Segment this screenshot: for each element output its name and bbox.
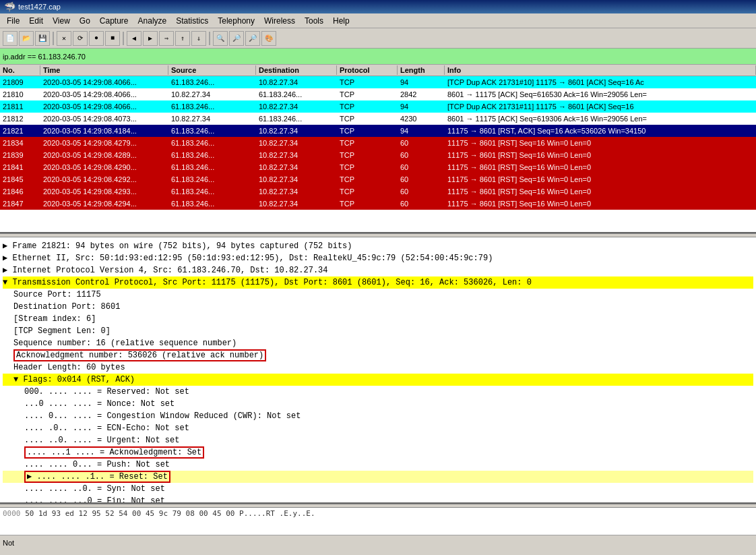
new-btn[interactable]: 📄 [3,31,18,46]
menu-statistics[interactable]: Statistics [172,15,212,27]
menu-help[interactable]: Help [329,15,354,27]
detail-line: .... .... ..0. = Syn: Not set [3,483,753,495]
menu-file[interactable]: File [3,15,24,27]
status-text: Not [3,539,14,547]
detail-line: ▶ Internet Protocol Version 4, Src: 61.1… [3,264,753,276]
packet-rows: 218092020-03-05 14:29:08.4066...61.183.2… [0,76,756,210]
table-row[interactable]: 218472020-03-05 14:29:08.4294...61.183.2… [0,198,756,210]
sep3 [209,32,210,45]
status-bar: Not [0,535,756,550]
reload-btn[interactable]: ⟳ [73,31,88,46]
sep2 [123,32,124,45]
menu-wireless[interactable]: Wireless [260,15,299,27]
detail-line: .... 0... .... = Congestion Window Reduc… [3,410,753,422]
table-row[interactable]: 218122020-03-05 14:29:08.4073...10.82.27… [0,113,756,125]
save-btn[interactable]: 💾 [35,31,50,46]
close-btn[interactable]: ✕ [57,31,71,46]
menu-telephony[interactable]: Telephony [214,15,259,27]
title-bar: 🦈 test1427.cap [0,0,756,13]
col-no: No. [0,65,40,75]
find-btn[interactable]: 🔍 [213,31,228,46]
menu-analyze[interactable]: Analyze [134,15,171,27]
table-row[interactable]: 218462020-03-05 14:29:08.4293...61.183.2… [0,185,756,198]
detail-line: .... ..0. .... = Urgent: Not set [3,434,753,446]
sep1 [53,32,54,45]
col-len: Length [398,65,445,75]
filter-bar: ip.addr == 61.183.246.70 [0,49,756,65]
filter-label: ip.addr == 61.183.246.70 [3,53,86,61]
back-btn[interactable]: ◀ [127,31,141,46]
detail-panel[interactable]: ▶ Frame 21821: 94 bytes on wire (752 bit… [0,237,756,504]
packet-list-header: No. Time Source Destination Protocol Len… [0,65,756,76]
detail-line: ▶ .... .... .1.. = Reset: Set [3,471,753,483]
detail-line: .... .... 0... = Push: Not set [3,459,753,471]
fwd-btn[interactable]: ▶ [143,31,158,46]
goto-btn[interactable]: ⇒ [159,31,174,46]
table-row[interactable]: 218102020-03-05 14:29:08.4066...10.82.27… [0,88,756,100]
detail-line: [TCP Segment Len: 0] [3,325,753,337]
hex-panel: 0000 50 1d 93 ed 12 95 52 54 00 45 9c 79… [0,508,756,535]
zoom-out-btn[interactable]: 🔎 [245,31,260,46]
col-source: Source [168,65,256,75]
detail-line: Destination Port: 8601 [3,301,753,313]
toolbar: 📄 📂 💾 ✕ ⟳ ● ■ ◀ ▶ ⇒ ⇑ ⇓ 🔍 🔎 🔎 🎨 [0,28,756,49]
menu-tools[interactable]: Tools [301,15,327,27]
top-btn[interactable]: ⇑ [175,31,190,46]
app-icon: 🦈 [4,1,15,12]
detail-line: .... .0.. .... = ECN-Echo: Not set [3,422,753,434]
title-text: test1427.cap [18,3,61,11]
open-btn[interactable]: 📂 [19,31,34,46]
detail-line: Source Port: 11175 [3,289,753,301]
detail-line: ▶ Ethernet II, Src: 50:1d:93:ed:12:95 (5… [3,252,753,264]
table-row[interactable]: 218342020-03-05 14:29:08.4279...61.183.2… [0,137,756,149]
detail-line: .... .... ...0 = Fin: Not set [3,495,753,504]
menu-edit[interactable]: Edit [25,15,47,27]
table-row[interactable]: 218452020-03-05 14:29:08.4292...61.183.2… [0,173,756,185]
bottom-btn[interactable]: ⇓ [191,31,206,46]
detail-line: ▼ Transmission Control Protocol, Src Por… [3,276,753,289]
menu-capture[interactable]: Capture [96,15,133,27]
col-info: Info [445,65,756,75]
packet-list[interactable]: No. Time Source Destination Protocol Len… [0,65,756,233]
detail-line: ▼ Flags: 0x014 (RST, ACK) [3,374,753,386]
detail-line: [Stream index: 6] [3,313,753,325]
table-row[interactable]: 218112020-03-05 14:29:08.4066...61.183.2… [0,100,756,113]
menu-bar: File Edit View Go Capture Analyze Statis… [0,13,756,28]
table-row[interactable]: 218412020-03-05 14:29:08.4290...61.183.2… [0,161,756,173]
detail-line: ▶ Frame 21821: 94 bytes on wire (752 bit… [3,240,753,252]
detail-line: Header Length: 60 bytes [3,361,753,374]
table-row[interactable]: 218092020-03-05 14:29:08.4066...61.183.2… [0,76,756,88]
menu-view[interactable]: View [49,15,74,27]
stop-btn[interactable]: ■ [105,31,120,46]
col-proto: Protocol [337,65,398,75]
table-row[interactable]: 218392020-03-05 14:29:08.4289...61.183.2… [0,149,756,161]
detail-line: ...0 .... .... = Nonce: Not set [3,398,753,410]
coloring-btn[interactable]: 🎨 [261,31,276,46]
menu-go[interactable]: Go [75,15,94,27]
zoom-in-btn[interactable]: 🔎 [229,31,244,46]
detail-line: Acknowledgment number: 536026 (relative … [3,349,753,361]
detail-line: 000. .... .... = Reserved: Not set [3,386,753,398]
capture-btn[interactable]: ● [89,31,104,46]
detail-line: .... ...1 .... = Acknowledgment: Set [3,446,753,459]
col-time: Time [40,65,168,75]
detail-line: Sequence number: 16 (relative sequence n… [3,337,753,349]
table-row[interactable]: 218212020-03-05 14:29:08.4184...61.183.2… [0,125,756,137]
col-dest: Destination [256,65,337,75]
